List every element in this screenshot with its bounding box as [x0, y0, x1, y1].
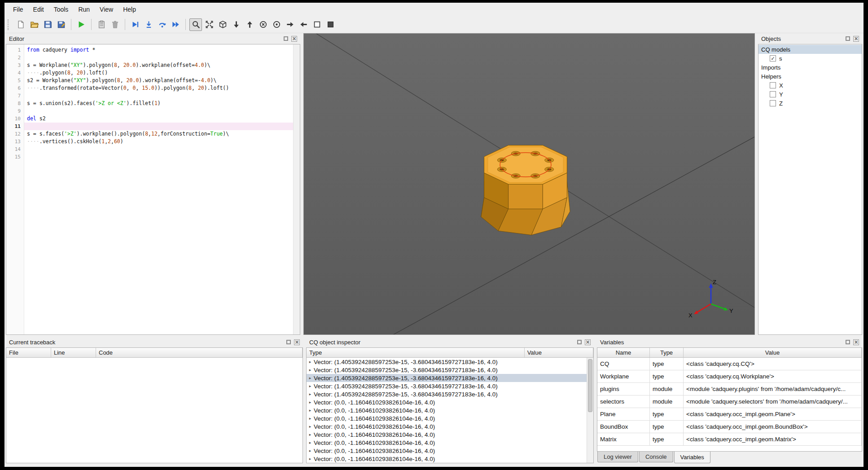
code-line[interactable]: ····.polygon(8, 20).loft() [24, 69, 293, 77]
new-file-icon[interactable] [14, 18, 27, 31]
inspector-row[interactable]: ▸Vector: (0.0, -1.1604610293826104e-16, … [307, 414, 587, 422]
column-header-value[interactable]: Value [525, 348, 593, 357]
expand-arrow-icon[interactable]: ▸ [307, 457, 314, 461]
save-icon[interactable] [41, 18, 54, 31]
step-over-icon[interactable] [156, 18, 168, 31]
editor-body[interactable]: 123456789101112131415 from cadquery impo… [6, 44, 300, 335]
editor-scrollbar[interactable] [293, 44, 300, 334]
column-header-name[interactable]: Name [597, 348, 650, 357]
inspector-row[interactable]: ▸Vector: (1.4053924288597253e-15, -3.680… [307, 358, 587, 366]
code-line[interactable] [24, 123, 293, 130]
column-header-value[interactable]: Value [684, 348, 862, 357]
step-into-icon[interactable] [142, 18, 155, 31]
code-line[interactable]: del s2 [24, 115, 293, 123]
checkbox-s[interactable]: ✓ [770, 55, 776, 61]
expand-arrow-icon[interactable]: ▸ [307, 440, 314, 445]
left-view-arrow-right-icon[interactable] [284, 18, 296, 31]
menu-tools[interactable]: Tools [49, 4, 74, 15]
code-line[interactable] [24, 153, 293, 161]
iso-view-icon[interactable] [216, 18, 229, 31]
toolbar-drag-handle[interactable] [8, 19, 10, 30]
menu-run[interactable]: Run [73, 4, 95, 15]
expand-arrow-icon[interactable]: ▸ [307, 368, 314, 372]
variable-row[interactable]: pluginsmodule<module 'cadquery.plugins' … [597, 383, 862, 395]
editor-code[interactable]: from cadquery import *s = Workplane("XY"… [24, 44, 293, 334]
close-panel-icon[interactable]: × [294, 339, 300, 345]
inspector-row[interactable]: ▸Vector: (0.0, -1.1604610293826104e-16, … [307, 455, 587, 463]
expand-arrow-icon[interactable]: ▸ [307, 416, 314, 421]
inspector-row[interactable]: ▸Vector: (1.4053924288597253e-15, -3.680… [307, 366, 587, 374]
close-panel-icon[interactable]: × [853, 339, 859, 345]
step-icon[interactable] [129, 18, 141, 31]
inspector-row[interactable]: ▸Vector: (0.0, -1.1604610293826104e-16, … [307, 447, 587, 455]
tab-log-viewer[interactable]: Log viewer [597, 452, 638, 462]
code-line[interactable]: ····.vertices().cskHole(1,2,60) [24, 138, 293, 145]
code-line[interactable]: ····.transformed(rotate=Vector(0, 0, 15.… [24, 84, 293, 92]
code-line[interactable] [24, 92, 293, 100]
code-line[interactable]: s = Workplane("XY").polygon(8, 20.0).wor… [24, 61, 293, 69]
variable-row[interactable]: Matrixtype<class 'cadquery.occ_impl.geom… [597, 433, 862, 446]
splitter-viewport-objects[interactable] [755, 33, 758, 335]
float-panel-icon[interactable] [846, 36, 850, 41]
scrollbar-thumb[interactable] [588, 359, 592, 412]
expand-arrow-icon[interactable]: ▸ [307, 376, 314, 380]
inspector-row[interactable]: ▸Vector: (0.0, -1.1604610293826104e-16, … [307, 406, 587, 414]
inspector-scrollbar[interactable] [587, 358, 593, 463]
tree-item-helpers[interactable]: Helpers [758, 72, 862, 81]
menu-file[interactable]: File [8, 4, 28, 15]
shaded-square-filled-icon[interactable] [324, 18, 337, 31]
tree-item-s[interactable]: ✓s [758, 54, 862, 63]
code-line[interactable]: s = s.faces('>Z').workplane().polygon(8,… [24, 130, 293, 138]
run-icon[interactable] [75, 18, 88, 31]
viewport-3d[interactable]: Z Y X [303, 33, 755, 335]
tree-item-imports[interactable]: Imports [758, 63, 862, 72]
front-view-circle-cross-icon[interactable] [257, 18, 269, 31]
code-line[interactable]: from cadquery import * [24, 46, 293, 54]
float-panel-icon[interactable] [577, 340, 582, 344]
inspector-row[interactable]: ▸Vector: (0.0, -1.1604610293826104e-16, … [307, 398, 587, 406]
tab-console[interactable]: Console [639, 452, 673, 462]
variable-row[interactable]: Workplanetype<class 'cadquery.cq.Workpla… [597, 370, 862, 383]
variable-row[interactable]: selectorsmodule<module 'cadquery.selecto… [597, 395, 862, 408]
tree-item-y[interactable]: Y [758, 90, 862, 99]
top-view-arrow-down-icon[interactable] [230, 18, 242, 31]
inspector-row[interactable]: ▸Vector: (0.0, -1.1604610293826104e-16, … [307, 439, 587, 447]
tab-variables[interactable]: Variables [674, 452, 710, 463]
menu-help[interactable]: Help [118, 4, 141, 15]
code-line[interactable] [24, 54, 293, 61]
zoom-fit-icon[interactable] [189, 18, 202, 31]
open-folder-icon[interactable] [28, 18, 40, 31]
expand-arrow-icon[interactable]: ▸ [307, 408, 314, 413]
column-header-code[interactable]: Code [96, 348, 302, 357]
inspector-row[interactable]: ▸Vector: (1.4053924288597253e-15, -3.680… [307, 382, 587, 390]
code-line[interactable] [24, 107, 293, 115]
expand-arrow-icon[interactable]: ▸ [307, 384, 314, 388]
inspector-row[interactable]: ▸Vector: (1.4053924288597253e-15, -3.680… [307, 390, 587, 398]
checkbox-x[interactable] [770, 82, 776, 88]
float-panel-icon[interactable] [846, 340, 850, 344]
menu-view[interactable]: View [95, 4, 118, 15]
variable-row[interactable]: CQtype<class 'cadquery.cq.CQ'> [597, 358, 862, 370]
tree-item-z[interactable]: Z [758, 99, 862, 108]
inspector-row[interactable]: ▸Vector: (1.4053924288597253e-15, -3.680… [307, 374, 587, 382]
expand-arrow-icon[interactable]: ▸ [307, 448, 314, 453]
bottom-view-arrow-up-icon[interactable] [243, 18, 256, 31]
save-as-icon[interactable] [55, 18, 67, 31]
column-header-file[interactable]: File [6, 348, 51, 357]
float-panel-icon[interactable] [284, 36, 288, 41]
fit-all-icon[interactable] [203, 18, 215, 31]
wireframe-square-outline-icon[interactable] [311, 18, 323, 31]
close-panel-icon[interactable]: × [291, 36, 297, 42]
right-view-arrow-left-icon[interactable] [297, 18, 310, 31]
menu-edit[interactable]: Edit [28, 4, 49, 15]
close-panel-icon[interactable]: × [585, 339, 591, 345]
expand-arrow-icon[interactable]: ▸ [307, 432, 314, 437]
back-view-circle-dot-icon[interactable] [270, 18, 283, 31]
checkbox-y[interactable] [770, 91, 776, 97]
column-header-type[interactable]: Type [307, 348, 525, 357]
expand-arrow-icon[interactable]: ▸ [307, 424, 314, 429]
tree-item-cq-models[interactable]: CQ models [758, 45, 862, 54]
viewport-canvas[interactable]: Z Y X [304, 34, 754, 334]
expand-arrow-icon[interactable]: ▸ [307, 360, 314, 364]
code-line[interactable]: s = s.union(s2).faces('>Z or <Z').fillet… [24, 100, 293, 107]
